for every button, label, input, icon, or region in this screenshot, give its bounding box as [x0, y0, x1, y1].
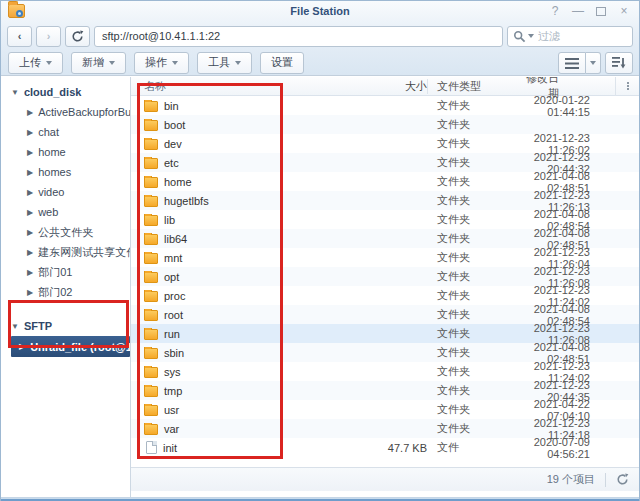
- file-name: opt: [164, 271, 179, 283]
- table-row[interactable]: bin文件夹2020-01-22 01:44:15: [131, 96, 639, 115]
- file-type: 文件夹: [427, 364, 520, 379]
- file-name-cell: mnt: [131, 252, 339, 264]
- sidebar-item-label: video: [38, 186, 64, 198]
- sidebar-section-cloud_disk[interactable]: ▼cloud_disk: [1, 82, 130, 102]
- search-scope-caret-icon[interactable]: [528, 34, 534, 38]
- sidebar-section-label: cloud_disk: [24, 86, 81, 98]
- file-name: usr: [164, 404, 179, 416]
- sidebar-section-SFTP[interactable]: ▼SFTP: [1, 316, 130, 336]
- filter-input[interactable]: [538, 30, 608, 42]
- close-icon[interactable]: ×: [617, 4, 631, 18]
- sidebar-item--01[interactable]: ▶部门01: [1, 262, 130, 282]
- filter-search-box[interactable]: [507, 26, 633, 47]
- file-type: 文件夹: [427, 421, 520, 436]
- sidebar-item--[interactable]: ▶公共文件夹: [1, 222, 130, 242]
- back-button[interactable]: ‹: [7, 26, 32, 47]
- sort-button[interactable]: [605, 52, 633, 74]
- file-type: 文件夹: [427, 212, 520, 227]
- sidebar-item-homes[interactable]: ▶homes: [1, 162, 130, 182]
- sidebar-item-activebackupforbusi[interactable]: ▶ActiveBackupforBusi: [1, 102, 130, 122]
- chevron-collapsed-icon: ▶: [27, 188, 33, 197]
- toolbar-button-action[interactable]: 操作: [134, 52, 189, 74]
- column-options-icon: [627, 82, 629, 90]
- folder-icon: [144, 424, 158, 435]
- status-refresh-icon[interactable]: [616, 473, 629, 486]
- file-name: boot: [164, 119, 185, 131]
- file-name-cell: hugetlbfs: [131, 195, 339, 207]
- table-row[interactable]: init47.7 KB文件2020-07-09 04:56:21: [131, 438, 639, 457]
- sidebar-item-chat[interactable]: ▶chat: [1, 122, 130, 142]
- search-icon: [513, 30, 526, 43]
- file-type: 文件夹: [427, 231, 520, 246]
- toolbar-button-upload[interactable]: 上传: [8, 52, 63, 74]
- file-name-cell: sbin: [131, 347, 339, 359]
- file-name: home: [164, 176, 192, 188]
- file-type: 文件夹: [427, 288, 520, 303]
- sidebar-item-unraid_file-root-10[interactable]: ▶Unraid_file (root@10: [11, 336, 130, 357]
- file-type: 文件夹: [427, 98, 520, 113]
- titlebar: File Station ? — ×: [1, 1, 639, 23]
- toolbar-button-tools[interactable]: 工具: [197, 52, 252, 74]
- file-name: proc: [164, 290, 185, 302]
- refresh-button[interactable]: [65, 26, 90, 47]
- sidebar-item--02[interactable]: ▶部门02: [1, 282, 130, 302]
- file-list-panel: 名称 大小 文件类型 修改日期 bin文件夹2020-01-22 01:44:1…: [131, 77, 639, 497]
- folder-icon: [144, 215, 158, 226]
- folder-icon: [144, 234, 158, 245]
- folder-icon: [144, 120, 158, 131]
- file-name: bin: [164, 100, 179, 112]
- file-name: mnt: [164, 252, 182, 264]
- file-name: run: [164, 328, 180, 340]
- forward-button[interactable]: ›: [36, 26, 61, 47]
- file-name-cell: opt: [131, 271, 339, 283]
- maximize-icon[interactable]: [594, 4, 608, 18]
- sidebar-item--[interactable]: ▶建东网测试共享文件夹: [1, 242, 130, 262]
- toolbar-button-settings[interactable]: 设置: [260, 52, 304, 74]
- view-mode-button[interactable]: [558, 52, 586, 74]
- address-input[interactable]: [94, 26, 503, 47]
- sort-icon: [612, 57, 626, 69]
- folder-icon: [144, 386, 158, 397]
- file-type: 文件夹: [427, 383, 520, 398]
- file-station-window: File Station ? — × ‹ ›: [0, 0, 640, 501]
- column-header-name[interactable]: 名称: [131, 79, 339, 94]
- file-name: sys: [164, 366, 181, 378]
- sidebar-item-video[interactable]: ▶video: [1, 182, 130, 202]
- file-name: var: [164, 423, 179, 435]
- file-name: sbin: [164, 347, 184, 359]
- sidebar-item-web[interactable]: ▶web: [1, 202, 130, 222]
- folder-icon: [144, 101, 158, 112]
- sidebar-item-label: Unraid_file (root@10: [30, 341, 130, 353]
- file-name-cell: bin: [131, 100, 339, 112]
- folder-icon: [144, 367, 158, 378]
- file-type: 文件夹: [427, 155, 520, 170]
- column-options-button[interactable]: [615, 77, 639, 96]
- toolbar-button-label: 操作: [145, 55, 167, 70]
- folder-icon: [144, 329, 158, 340]
- folder-icon: [144, 177, 158, 188]
- status-divider: [605, 473, 606, 487]
- help-icon[interactable]: ?: [548, 4, 562, 18]
- sidebar-item-home[interactable]: ▶home: [1, 142, 130, 162]
- chevron-collapsed-icon: ▶: [27, 288, 33, 297]
- column-header-type[interactable]: 文件类型: [427, 79, 520, 94]
- view-mode-caret-button[interactable]: [586, 52, 601, 74]
- sidebar-item-label: chat: [38, 126, 59, 138]
- chevron-down-icon: [46, 61, 52, 65]
- sidebar: ▼cloud_disk▶ActiveBackupforBusi▶chat▶hom…: [1, 77, 131, 497]
- file-type: 文件夹: [427, 117, 520, 132]
- sidebar-item-label: home: [38, 146, 66, 158]
- minimize-icon[interactable]: —: [571, 4, 585, 18]
- file-name-cell: lib64: [131, 233, 339, 245]
- folder-icon: [144, 272, 158, 283]
- toolbar-button-create[interactable]: 新增: [71, 52, 126, 74]
- toolbar: 上传新增操作工具设置: [1, 49, 639, 76]
- column-header-size[interactable]: 大小: [339, 79, 427, 94]
- list-view-icon: [565, 58, 579, 69]
- folder-icon: [144, 310, 158, 321]
- file-name-cell: boot: [131, 119, 339, 131]
- file-name: hugetlbfs: [164, 195, 209, 207]
- file-type: 文件: [427, 440, 520, 455]
- sidebar-item-label: web: [38, 206, 58, 218]
- chevron-down-icon: [172, 61, 178, 65]
